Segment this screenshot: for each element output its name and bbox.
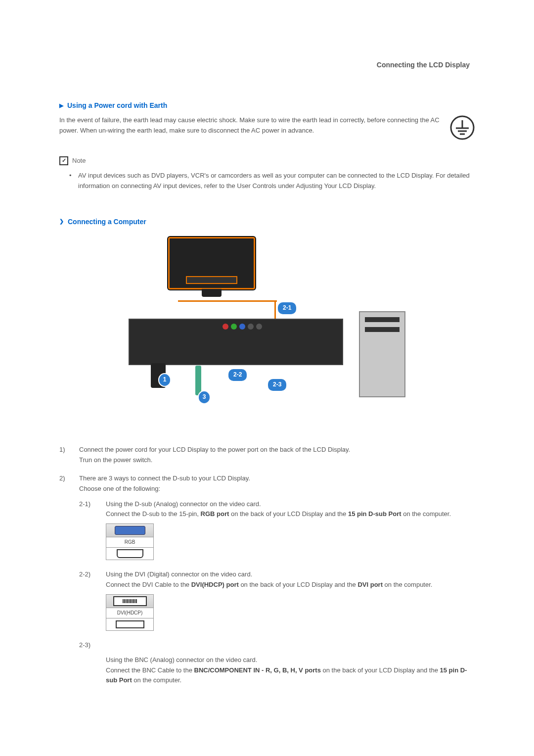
text-fragment: on the back of your LCD Display and the [229, 510, 348, 518]
dvi-connector-icon [113, 596, 147, 606]
diagram-port-dot [239, 324, 245, 330]
note-bullet-item: AV input devices such as DVD players, VC… [69, 171, 475, 191]
dvi-shape-icon [116, 620, 144, 628]
keyword-dsub-port: 15 pin D-sub Port [348, 510, 401, 518]
section-heading-power-cord: ▶ Using a Power cord with Earth [59, 100, 475, 111]
sub21-line2: Connect the D-sub to the 15-pin, RGB por… [106, 509, 475, 520]
step-1: 1) Connect the power cord for your LCD D… [59, 445, 475, 466]
text-fragment: Connect the D-sub to the 15-pin, [106, 510, 201, 518]
note-bullet-list: AV input devices such as DVD players, VC… [59, 171, 475, 191]
arrow-icon: ▶ [59, 101, 63, 110]
double-arrow-icon: ❯ [59, 217, 64, 226]
text-fragment: on the back of your LCD Display and the [321, 666, 440, 674]
sub-step-2-3: 2-3) Using the BNC (Analog) connector on… [79, 640, 475, 686]
diagram-cable-line [178, 300, 277, 302]
connection-diagram: 2-1 2-2 2-3 1 3 [59, 237, 475, 425]
section2-heading-text: Connecting a Computer [68, 216, 146, 227]
rgb-connector-icon [115, 526, 145, 535]
keyword-dvi-port: DVI port [357, 581, 383, 588]
section-heading-text: Using a Power cord with Earth [67, 100, 167, 111]
instruction-list: 1) Connect the power cord for your LCD D… [59, 445, 475, 693]
sub21-line1: Using the D-sub (Analog) connector on th… [106, 499, 475, 510]
earth-warning-block: In the event of failure, the earth lead … [59, 115, 475, 143]
dvi-port-label: DVI(HDCP) [106, 608, 153, 618]
dsub-shape-icon [117, 549, 143, 558]
sub22-line1: Using the DVI (Digital) connector on the… [106, 569, 475, 580]
earth-warning-text: In the event of failure, the earth lead … [59, 115, 445, 136]
diagram-label-2-3: 2-3 [267, 378, 287, 391]
step-2: 2) There are 3 ways to connect the D-sub… [59, 473, 475, 693]
sub-step-2-2: 2-2) Using the DVI (Digital) connector o… [79, 569, 475, 633]
earth-ground-icon [450, 115, 475, 143]
sub22-line2: Connect the DVI Cable to the DVI(HDCP) p… [106, 580, 475, 590]
sub-step-number: 2-2) [79, 569, 97, 633]
rgb-port-diagram: RGB [106, 523, 154, 560]
document-page: Connecting the LCD Display ▶ Using a Pow… [0, 0, 534, 756]
check-icon: ✓ [59, 156, 68, 165]
diagram-label-2-2: 2-2 [227, 368, 248, 381]
diagram-port-dot [248, 324, 254, 330]
text-fragment: Connect the DVI Cable to the [106, 581, 191, 588]
text-fragment: Connect the BNC Cable to the [106, 666, 194, 674]
rgb-port-label: RGB [106, 537, 153, 548]
step-2-intro-b: Choose one of the following: [79, 484, 475, 494]
diagram-port-dot [256, 324, 262, 330]
page-header-title: Connecting the LCD Display [59, 59, 475, 70]
diagram-monitor [168, 237, 255, 289]
diagram-monitor-port-strip [186, 276, 237, 284]
step-2-intro-a: There are 3 ways to connect the D-sub to… [79, 473, 475, 484]
section-heading-connecting-computer: ❯ Connecting a Computer [59, 216, 475, 227]
step-number: 2) [59, 473, 72, 693]
sub23-line2: Connect the BNC Cable to the BNC/COMPONE… [106, 665, 475, 686]
note-row: ✓ Note [59, 156, 475, 166]
sub-step-list: 2-1) Using the D-sub (Analog) connector … [79, 499, 475, 686]
diagram-label-2-1: 2-1 [277, 301, 297, 315]
diagram-pc-slot [365, 327, 400, 332]
keyword-rgb-port: RGB port [201, 510, 229, 518]
diagram-port-row [222, 324, 262, 330]
diagram-pc-slot [365, 317, 400, 322]
text-fragment: on the computer. [401, 510, 451, 518]
diagram-label-3: 3 [198, 390, 211, 404]
step-1-line-a: Connect the power cord for your LCD Disp… [79, 445, 475, 455]
keyword-bnc-ports: BNC/COMPONENT IN - R, G, B, H, V ports [194, 666, 321, 674]
diagram-port-dot [231, 324, 237, 330]
sub-step-number: 2-3) [79, 640, 97, 686]
step-1-line-b: Trun on the power switch. [79, 455, 475, 466]
text-fragment: on the back of your LCD Display and the [239, 581, 358, 588]
text-fragment: on the computer. [132, 676, 181, 684]
diagram-port-dot [222, 324, 228, 330]
step-number: 1) [59, 445, 72, 466]
note-label: Note [72, 156, 86, 166]
sub23-line1: Using the BNC (Analog) connector on the … [106, 655, 475, 665]
sub-step-number: 2-1) [79, 499, 97, 563]
text-fragment: on the computer. [383, 581, 432, 588]
sub-step-2-1: 2-1) Using the D-sub (Analog) connector … [79, 499, 475, 563]
diagram-pc-tower [359, 311, 405, 397]
keyword-dvi-hdcp-port: DVI(HDCP) port [191, 581, 239, 588]
diagram-label-1: 1 [158, 373, 171, 386]
dvi-port-diagram: DVI(HDCP) [106, 594, 154, 631]
